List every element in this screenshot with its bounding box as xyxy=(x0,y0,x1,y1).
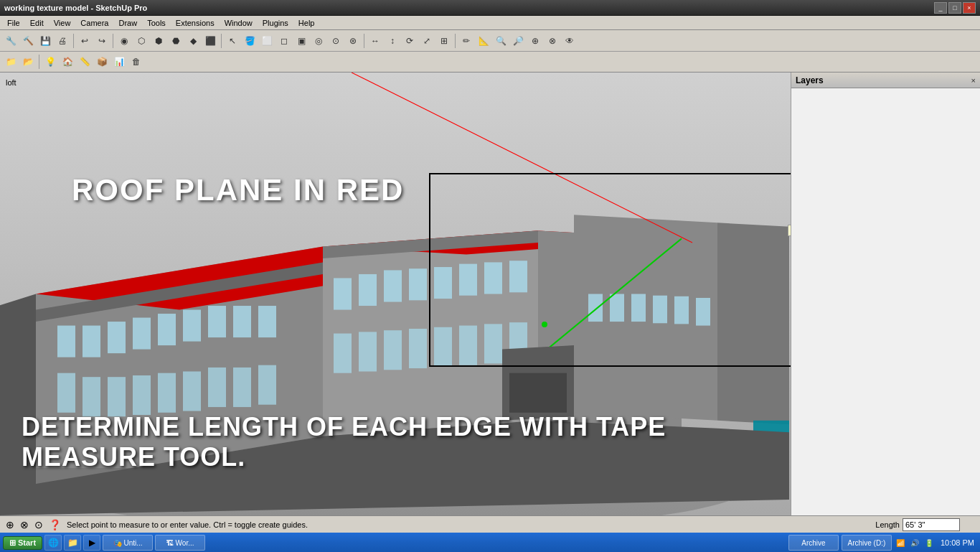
svg-rect-48 xyxy=(631,294,646,322)
taskbar-app-2[interactable]: 🏗 Wor... xyxy=(155,535,205,551)
taskbar-btn-media[interactable]: ▶ xyxy=(83,535,100,551)
system-tray: Archive Archive (D:) 📶 🔊 🔋 10:08 PM xyxy=(788,535,977,551)
toolbar-btn-27[interactable]: 👁 xyxy=(562,33,578,49)
taskbar: ⊞ Start 🌐 📁 ▶ 🎭 Unti... 🏗 Wor... Archive… xyxy=(0,533,980,552)
toolbar-btn-5[interactable]: ◉ xyxy=(116,33,132,49)
svg-rect-11 xyxy=(183,310,201,342)
start-button[interactable]: ⊞ Start xyxy=(3,536,42,550)
toolbar-btn-8[interactable]: ⬣ xyxy=(168,33,184,49)
toolbar-btn-16[interactable]: ↔ xyxy=(367,33,383,49)
toolbar2-btn-1[interactable]: 📁 xyxy=(3,54,19,70)
svg-rect-8 xyxy=(108,322,126,353)
titlebar-controls: _ □ × xyxy=(934,2,976,14)
toolbar-btn-12[interactable]: ▣ xyxy=(293,33,309,49)
toolbar-btn-19[interactable]: ⤢ xyxy=(419,33,435,49)
menu-plugins[interactable]: Plugins xyxy=(258,17,293,29)
layers-panel: Layers × xyxy=(791,72,980,515)
tray-battery-icon: 🔋 xyxy=(923,537,935,548)
maximize-button[interactable]: □ xyxy=(948,2,961,14)
clock: 10:08 PM xyxy=(938,538,977,547)
toolbar-btn-2[interactable]: 🔨 xyxy=(20,33,36,49)
svg-rect-35 xyxy=(334,334,352,373)
taskbar-btn-folder[interactable]: 📁 xyxy=(64,535,81,551)
taskbar-app-1-icon: 🎭 xyxy=(113,539,122,547)
statusbar-icon-3: ⊙ xyxy=(34,519,43,530)
menubar: File Edit View Camera Draw Tools Extensi… xyxy=(0,16,980,30)
viewport[interactable]: 65' 3" ROOF PLANE IN RED DETERMINE LENGT… xyxy=(0,72,791,515)
menu-camera[interactable]: Camera xyxy=(76,17,113,29)
menu-tools[interactable]: Tools xyxy=(143,17,170,29)
tray-archive-d-btn[interactable]: Archive (D:) xyxy=(842,535,892,551)
toolbar-btn-20[interactable]: ⊞ xyxy=(436,33,452,49)
toolbar-btn-6[interactable]: ⬡ xyxy=(133,33,149,49)
toolbar-separator-4 xyxy=(364,34,364,48)
toolbar-btn-undo[interactable]: ↩ xyxy=(77,33,93,49)
svg-rect-30 xyxy=(409,268,427,300)
overlay-text-measure: DETERMINE LENGTH OF EACH EDGE WITH TAPE … xyxy=(22,412,791,472)
menu-window[interactable]: Window xyxy=(220,17,257,29)
toolbar-btn-13[interactable]: ◎ xyxy=(311,33,326,49)
layers-header: Layers × xyxy=(791,72,980,88)
toolbar-btn-17[interactable]: ↕ xyxy=(385,33,400,49)
toolbar2-btn-5[interactable]: 📏 xyxy=(77,54,93,70)
taskbar-app-2-icon: 🏗 xyxy=(166,539,174,547)
toolbar2-btn-3[interactable]: 💡 xyxy=(42,54,58,70)
svg-rect-51 xyxy=(696,298,710,326)
svg-rect-47 xyxy=(610,294,624,322)
toolbar-btn-9[interactable]: ◆ xyxy=(185,33,201,49)
toolbar-separator-5 xyxy=(455,34,456,48)
tray-archive-btn[interactable]: Archive xyxy=(788,535,839,551)
paint-tool-btn[interactable]: 🪣 xyxy=(242,33,258,49)
toolbar-btn-7[interactable]: ⬢ xyxy=(151,33,166,49)
toolbar-btn-3[interactable]: 💾 xyxy=(37,33,53,49)
toolbar-btn-1[interactable]: 🔧 xyxy=(3,33,19,49)
toolbar-btn-10[interactable]: ⬛ xyxy=(202,33,218,49)
status-message: Select point to measure to or enter valu… xyxy=(67,520,308,529)
toolbar-btn-21[interactable]: ✏ xyxy=(458,33,474,49)
minimize-button[interactable]: _ xyxy=(934,2,947,14)
toolbar-btn-24[interactable]: 🔎 xyxy=(510,33,526,49)
toolbar-btn-14[interactable]: ⊙ xyxy=(328,33,344,49)
toolbar-btn-4[interactable]: 🖨 xyxy=(55,33,70,49)
toolbar-btn-26[interactable]: ⊗ xyxy=(545,33,560,49)
overlay-text-roof: ROOF PLANE IN RED xyxy=(72,173,404,207)
svg-rect-33 xyxy=(484,262,502,294)
toolbar-btn-25[interactable]: ⊕ xyxy=(527,33,543,49)
toolbar-btn-22[interactable]: 📐 xyxy=(476,33,491,49)
menu-edit[interactable]: Edit xyxy=(26,17,48,29)
svg-rect-41 xyxy=(484,324,502,363)
taskbar-app-1[interactable]: 🎭 Unti... xyxy=(103,535,153,551)
toolbar-btn-18[interactable]: ⟳ xyxy=(402,33,418,49)
menu-help[interactable]: Help xyxy=(294,17,319,29)
scene-container: 65' 3" ROOF PLANE IN RED DETERMINE LENGT… xyxy=(0,72,791,515)
toolbar2-btn-4[interactable]: 🏠 xyxy=(60,54,75,70)
menu-view[interactable]: View xyxy=(50,17,75,29)
svg-rect-28 xyxy=(359,274,377,306)
measurement-tooltip: 65' 3" xyxy=(788,225,791,236)
svg-rect-16 xyxy=(83,377,100,416)
svg-rect-36 xyxy=(359,332,377,371)
toolbar-btn-11[interactable]: ◻ xyxy=(276,33,292,49)
svg-rect-14 xyxy=(258,306,276,337)
svg-rect-39 xyxy=(434,327,452,367)
eraser-tool-btn[interactable]: ⬜ xyxy=(259,33,275,49)
menu-extensions[interactable]: Extensions xyxy=(171,17,219,29)
toolbar-btn-redo[interactable]: ↪ xyxy=(94,33,110,49)
select-tool-btn[interactable]: ↖ xyxy=(225,33,240,49)
secondary-toolbar: 📁 📂 💡 🏠 📏 📦 📊 🗑 xyxy=(0,52,980,72)
toolbar2-btn-8[interactable]: 🗑 xyxy=(128,54,144,70)
toolbar-btn-23[interactable]: 🔍 xyxy=(493,33,509,49)
toolbar2-btn-2[interactable]: 📂 xyxy=(20,54,36,70)
layers-close-button[interactable]: × xyxy=(971,76,976,85)
toolbar2-btn-6[interactable]: 📦 xyxy=(94,54,110,70)
close-button[interactable]: × xyxy=(963,2,976,14)
menu-draw[interactable]: Draw xyxy=(114,17,141,29)
layers-content xyxy=(791,88,980,94)
length-input[interactable] xyxy=(903,518,960,531)
main-toolbar: 🔧 🔨 💾 🖨 ↩ ↪ ◉ ⬡ ⬢ ⬣ ◆ ⬛ ↖ 🪣 ⬜ ◻ ▣ ◎ ⊙ ⊛ … xyxy=(0,30,980,52)
menu-file[interactable]: File xyxy=(3,17,24,29)
toolbar2-btn-7[interactable]: 📊 xyxy=(111,54,127,70)
svg-rect-15 xyxy=(57,373,75,413)
taskbar-btn-ie[interactable]: 🌐 xyxy=(44,535,62,551)
toolbar-btn-15[interactable]: ⊛ xyxy=(345,33,361,49)
